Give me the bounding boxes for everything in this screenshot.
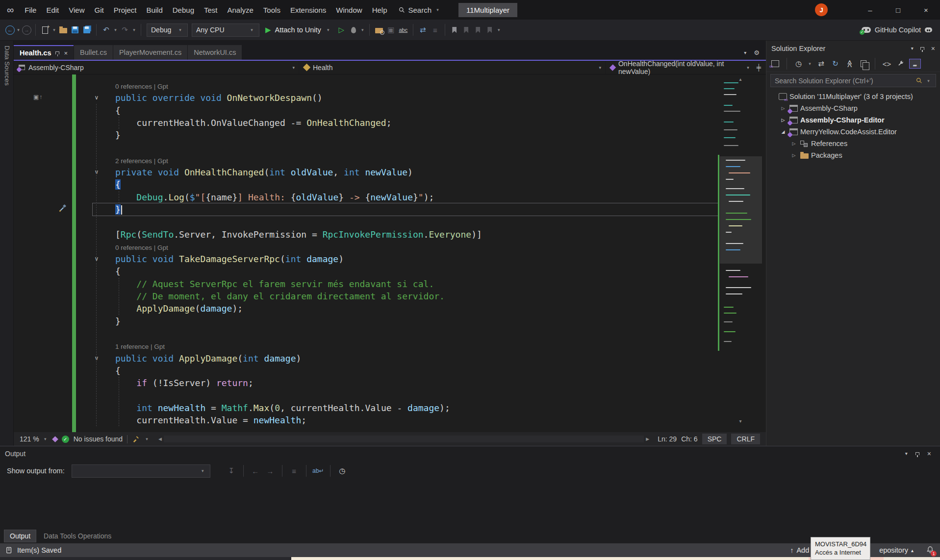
new-file-caret[interactable]: ▾ [51,23,57,37]
open-file-button[interactable] [58,24,69,36]
split-editor-icon[interactable]: ╪ [757,64,761,71]
bookmark-clear-button[interactable] [484,24,495,36]
tree-item-assembly-csharp[interactable]: ▷Assembly-CSharp [766,102,940,114]
pending-changes-filter-button[interactable]: ◷ [793,57,804,71]
bookmark-next-button[interactable] [473,24,483,36]
tree-item-assembly-csharp-editor[interactable]: ▷Assembly-CSharp-Editor [766,114,940,126]
hot-reload-caret[interactable]: ▾ [360,23,365,37]
pin-icon[interactable] [920,47,924,50]
data-sources-tab[interactable]: Data Sources [3,46,11,86]
menu-build[interactable]: Build [141,0,167,20]
sync-with-active-document-button[interactable]: ⇄ [815,57,827,71]
minimap-scrollbar[interactable]: ▴▾ [722,76,759,426]
bookmark-prev-button[interactable] [461,24,472,36]
find-in-files-button[interactable] [374,24,384,36]
debug-target-select[interactable]: Debug▾ [147,24,188,37]
document-dropdown-icon[interactable]: ▾ [744,50,746,55]
menu-project[interactable]: Project [109,0,142,20]
zoom-select[interactable]: 121 % ▾ [20,432,49,446]
menu-help[interactable]: Help [367,0,392,20]
nav-forward-button[interactable]: → [22,25,31,35]
account-avatar[interactable]: J [815,3,828,16]
tab-playermovement-cs[interactable]: PlayerMovement.cs [113,45,187,60]
chevron-collapsed-icon[interactable]: ▷ [790,153,798,158]
code-cleanup-icon[interactable] [132,436,139,443]
chevron-collapsed-icon[interactable]: ▷ [779,118,787,122]
menu-test[interactable]: Test [199,0,223,20]
tree-item-references[interactable]: ▷References [766,138,940,149]
menu-git[interactable]: Git [90,0,109,20]
github-copilot-status[interactable]: ✓ GitHub Copilot [862,26,932,34]
new-file-button[interactable] [40,24,51,36]
notifications-button[interactable]: 1 [926,546,934,555]
menu-extensions[interactable]: Extensions [285,0,331,20]
tab-health-cs[interactable]: Health.cs× [14,45,74,60]
breadcrumb-type[interactable]: Health ▾ [299,61,606,74]
hot-reload-button[interactable] [348,24,359,36]
code-editor[interactable]: ∨∨∨∨▣↑ 0 references | Gptpublic override… [14,74,766,432]
tree-item-solution-11multiplayer-3-of-3-[interactable]: Solution '11Multiplayer' (3 of 3 project… [766,91,940,102]
preview-selected-items-button[interactable] [909,58,921,70]
scroll-down-icon[interactable]: ▾ [739,418,741,424]
codelens-label[interactable]: 0 references | Gpt [115,244,168,251]
menu-tools[interactable]: Tools [258,0,285,20]
tree-item-merryyellow-codeassist-editor[interactable]: ◢MerryYellow.CodeAssist.Editor [766,126,940,138]
close-button[interactable]: × [912,0,940,20]
start-without-debugging-button[interactable]: ▷ [336,23,347,37]
repository-picker-button[interactable]: epository ▴ [879,546,914,554]
scroll-track[interactable] [164,436,644,442]
codelens-label[interactable]: 1 reference | Gpt [115,343,165,350]
panel-tab-data-tools-operations[interactable]: Data Tools Operations [38,530,117,542]
pending-changes-caret[interactable]: ▾ [807,57,813,71]
breadcrumb-project[interactable]: Assembly-CSharp ▾ [14,61,299,74]
scroll-right-icon[interactable]: ▶ [646,437,649,441]
scroll-left-icon[interactable]: ◀ [158,437,162,441]
chevron-collapsed-icon[interactable]: ▷ [790,141,798,146]
encoding-indicator[interactable]: SPC [702,434,727,444]
nav-back-button[interactable]: ← [5,25,15,35]
code-text[interactable]: 0 references | Gptpublic override void O… [14,74,717,432]
properties-button[interactable] [895,58,906,70]
next-message-icon[interactable]: → [264,464,277,477]
collapse-all-button[interactable]: ≪ [843,58,857,70]
solution-search-input[interactable]: Search Solution Explorer (Ctrl+') ▾ [770,74,936,87]
minimize-button[interactable]: – [856,0,884,20]
close-panel-icon[interactable]: × [931,45,935,52]
chevron-collapsed-icon[interactable]: ▷ [779,106,787,111]
navigate-button[interactable]: ⇄ [417,23,429,37]
panel-menu-icon[interactable]: ▾ [911,46,914,51]
switch-views-button[interactable] [770,58,781,70]
redo-button[interactable]: ↷ [119,23,130,37]
close-tab-icon[interactable]: × [64,49,68,57]
menu-debug[interactable]: Debug [168,0,199,20]
show-all-files-button[interactable] [858,58,869,70]
prev-message-icon[interactable]: ← [249,464,262,477]
line-ending-indicator[interactable]: CRLF [731,434,760,444]
tree-item-packages[interactable]: ▷Packages [766,149,940,161]
jump-to-output-icon[interactable]: ↧ [225,464,238,477]
tab-bullet-cs[interactable]: Bullet.cs [74,45,113,60]
panel-position-icon[interactable]: ▾ [905,451,908,456]
nav-back-caret[interactable]: ▾ [16,23,21,37]
attach-to-unity-button[interactable]: ▶Attach to Unity▾ [265,23,331,37]
menu-file[interactable]: File [20,0,41,20]
codelens-label[interactable]: 2 references | Gpt [115,157,168,165]
issues-status[interactable]: No issues found [74,435,123,443]
menu-analyze[interactable]: Analyze [222,0,258,20]
menu-view[interactable]: View [64,0,89,20]
word-wrap-icon[interactable]: ab↵ [312,464,325,477]
save-all-button[interactable] [81,24,92,36]
codelens-label[interactable]: 0 references | Gpt [115,83,168,90]
view-code-button[interactable]: <> [881,57,892,71]
pin-icon[interactable] [55,51,59,54]
redo-caret[interactable]: ▾ [131,23,137,37]
save-button[interactable] [70,24,80,36]
chevron-expanded-icon[interactable]: ◢ [779,129,787,134]
tab-networkui-cs[interactable]: NetworkUI.cs [188,45,242,60]
editor-options-gear-icon[interactable]: ⚙ [754,49,760,56]
chevron-down-icon[interactable]: ▾ [144,432,150,446]
menu-window[interactable]: Window [331,0,367,20]
undo-button[interactable]: ↶ [101,23,112,37]
menu-edit[interactable]: Edit [41,0,64,20]
indent-button[interactable]: ≡ [430,23,441,37]
